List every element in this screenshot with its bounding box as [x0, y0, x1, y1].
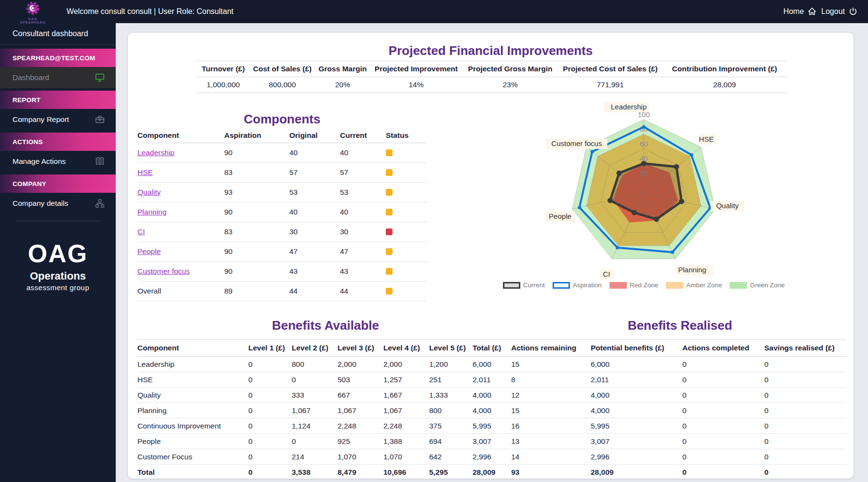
benefits-cell: 1,257	[383, 372, 429, 387]
components-header-cell: Current	[340, 128, 386, 143]
benefits-total-cell: 0	[682, 465, 764, 480]
component-cell: Leadership	[137, 143, 224, 162]
aspiration-point	[671, 251, 674, 254]
benefits-cell: 925	[338, 434, 383, 449]
benefits-total-cell: 8,479	[338, 465, 383, 480]
status-cell	[386, 242, 427, 261]
section-company: COMPANY	[0, 174, 116, 193]
benefits-cell: 1,070	[338, 449, 383, 464]
benefits-cell: Planning	[137, 403, 248, 418]
legend-swatch	[553, 282, 570, 289]
benefits-cell: 3,007	[591, 434, 682, 449]
financial-header-cell: Contribution Improvement (£)	[662, 61, 787, 77]
legend-item-aspiration[interactable]: Aspiration	[553, 281, 602, 289]
benefits-cell: 0	[248, 434, 292, 449]
aspiration-value: 90	[224, 143, 289, 162]
original-value: 43	[289, 262, 340, 281]
original-value: 44	[289, 281, 340, 301]
current-value: 47	[340, 242, 386, 261]
sidebar-item-company-details[interactable]: Company details	[0, 193, 116, 214]
logout-button[interactable]: Logout	[821, 7, 857, 16]
legend-label: Green Zone	[750, 281, 785, 289]
benefits-header-cell: Level 1 (£)	[248, 340, 292, 356]
benefits-cell: 2,011	[591, 372, 682, 387]
legend-item-amber-zone[interactable]: Amber Zone	[666, 281, 722, 289]
component-link[interactable]: Planning	[137, 208, 166, 216]
benefits-cell: 800	[429, 403, 473, 418]
benefits-header-cell: Actions completed	[682, 340, 764, 356]
financial-value-cell: 14%	[370, 77, 462, 93]
components-title: Components	[137, 112, 427, 127]
component-row: CI833030	[137, 222, 427, 242]
benefits-cell: 0	[764, 357, 846, 372]
financial-header-cell: Gross Margin	[315, 61, 370, 77]
radar-chart-svg: 20406080100LeadershipHSEQualityPlanningC…	[504, 91, 784, 298]
benefits-cell: 800	[292, 357, 338, 372]
sidebar-item-manage-actions[interactable]: Manage Actions	[0, 151, 116, 172]
status-badge	[386, 149, 393, 156]
benefits-cell: 2,996	[473, 449, 511, 464]
brand-logo: OAG SPEARHEAD	[17, 1, 48, 24]
section-report: REPORT	[0, 91, 116, 109]
benefits-header-cell: Savings realised (£)	[764, 340, 846, 356]
benefits-cell: 0	[682, 357, 764, 372]
original-value: 53	[289, 183, 340, 202]
current-value: 40	[340, 202, 386, 222]
benefits-cell: 694	[429, 434, 473, 449]
briefcase-icon	[95, 114, 105, 125]
benefits-header-cell: Level 3 (£)	[338, 340, 383, 356]
benefits-cell: 0	[248, 449, 292, 464]
sidebar: Consultant dashboard SPEARHEAD@TEST.COM …	[0, 23, 116, 482]
aspiration-value: 90	[224, 202, 289, 222]
status-cell	[386, 183, 427, 202]
current-value: 57	[340, 163, 386, 182]
benefits-header-cell: Total (£)	[473, 340, 511, 356]
aspiration-point	[642, 125, 646, 129]
status-cell	[386, 281, 427, 301]
legend-item-current[interactable]: Current	[503, 281, 545, 289]
axis-label: CI	[603, 270, 610, 278]
benefits-cell: 214	[292, 449, 338, 464]
sidebar-item-company-report[interactable]: Company Report	[0, 109, 116, 130]
benefits-cell: Continuous Improvement	[137, 418, 248, 433]
benefits-total-cell: 28,009	[591, 465, 682, 480]
component-link[interactable]: HSE	[137, 168, 153, 177]
status-badge	[386, 169, 393, 176]
sidebar-item-dashboard[interactable]: Dashboard	[0, 67, 116, 88]
benefits-cell: 2,011	[473, 372, 511, 387]
financial-header-cell: Projected Improvement	[370, 61, 462, 77]
benefits-cell: 5,995	[473, 418, 511, 433]
benefits-cell: 2,000	[383, 357, 429, 372]
legend-item-green-zone[interactable]: Green Zone	[730, 281, 785, 289]
benefits-cell: 0	[248, 418, 292, 433]
component-link[interactable]: Quality	[137, 188, 161, 197]
status-cell	[386, 143, 427, 162]
benefits-cell: HSE	[137, 372, 248, 387]
brand-caption: OAG SPEARHEAD	[17, 17, 48, 24]
current-point	[616, 171, 622, 176]
component-link[interactable]: Customer focus	[137, 267, 190, 276]
benefits-cell: 4,000	[473, 388, 511, 402]
benefits-total-cell: Total	[137, 465, 248, 480]
benefits-cell: 5,995	[591, 418, 682, 433]
aspiration-point	[690, 153, 693, 157]
benefits-cell: 251	[429, 372, 473, 387]
financial-value-cell: 800,000	[250, 77, 315, 93]
component-link[interactable]: CI	[137, 228, 145, 236]
component-link[interactable]: People	[137, 247, 161, 256]
power-icon	[849, 7, 857, 16]
legend-item-red-zone[interactable]: Red Zone	[610, 281, 658, 289]
benefits-header-cell: Potential benefits (£)	[591, 340, 682, 356]
benefits-total-cell: 28,009	[473, 465, 511, 480]
home-button[interactable]: Home	[783, 7, 816, 16]
benefits-total-cell: 0	[764, 465, 846, 480]
status-badge	[386, 268, 393, 275]
component-link[interactable]: Leadership	[137, 148, 175, 157]
logout-label: Logout	[821, 7, 845, 16]
component-row: Leadership904040	[137, 143, 427, 163]
original-value: 57	[289, 163, 340, 182]
benefits-header-cell: Component	[137, 340, 248, 356]
benefits-cell: 15	[511, 403, 591, 418]
radar-chart: 20406080100LeadershipHSEQualityPlanningC…	[504, 91, 784, 298]
benefits-total-cell: 93	[511, 465, 591, 480]
